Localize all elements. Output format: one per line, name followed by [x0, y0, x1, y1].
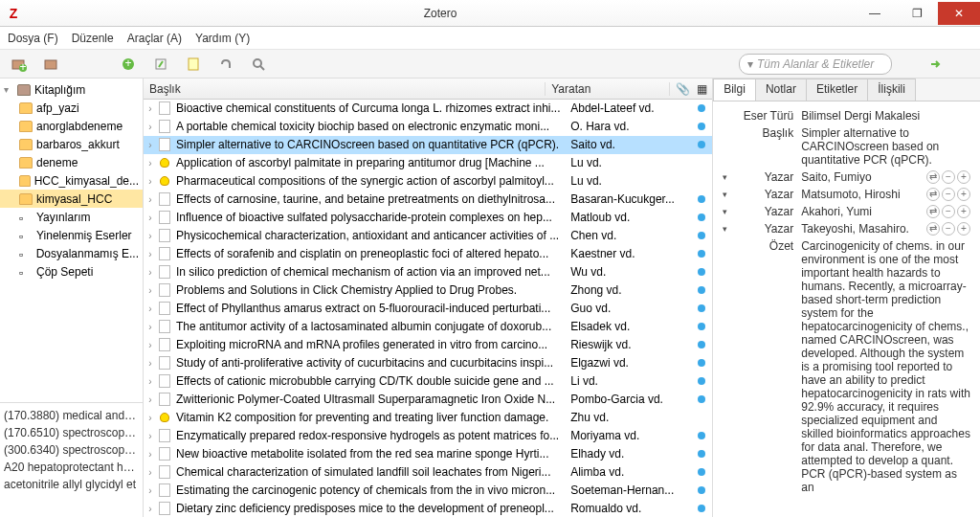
maximize-button[interactable]: ❐	[896, 2, 938, 25]
item-list[interactable]: ›Bioactive chemical constituents of Curc…	[144, 100, 712, 517]
field-label-author[interactable]: Yazar	[734, 170, 801, 184]
tab-tags[interactable]: Etiketler	[806, 79, 868, 101]
author-swap-icon[interactable]: ⇄	[926, 170, 940, 184]
sidebar-collection[interactable]: ▫Yinelenmiş Eserler	[0, 226, 143, 244]
expand-twisty[interactable]: ›	[144, 340, 157, 350]
expand-twisty[interactable]: ›	[144, 194, 157, 205]
expand-twisty[interactable]: ›	[144, 322, 157, 332]
close-button[interactable]: ✕	[938, 2, 980, 25]
item-row[interactable]: ›Physicochemical characterization, antio…	[144, 227, 712, 245]
field-value-abstract[interactable]: Carcinogenicity of chems. in our environ…	[801, 239, 970, 494]
sidebar-collection[interactable]: ▫Dosyalanmamış E...	[0, 244, 143, 262]
sidebar-collection[interactable]: anorglabdeneme	[0, 117, 143, 135]
add-attachment-button[interactable]	[212, 53, 239, 76]
new-note-button[interactable]	[180, 53, 207, 76]
author-remove-button[interactable]: −	[942, 170, 955, 184]
item-row[interactable]: ›Estimating the carcinogenic potency of …	[144, 482, 712, 500]
tab-notes[interactable]: Notlar	[755, 79, 807, 101]
tab-info[interactable]: Bilgi	[713, 79, 756, 101]
column-title[interactable]: Başlık	[144, 82, 546, 96]
item-row[interactable]: ›Problems and Solutions in Click Chemist…	[144, 281, 712, 300]
sidebar-collection[interactable]: deneme	[0, 153, 143, 171]
author-remove-button[interactable]: −	[942, 205, 955, 218]
advanced-search-button[interactable]	[245, 53, 272, 76]
author-add-button[interactable]: +	[957, 222, 970, 236]
sidebar-collection[interactable]: ▫Çöp Sepeti	[0, 262, 143, 281]
item-row[interactable]: ›Chemical characterization of simulated …	[144, 463, 712, 482]
item-row[interactable]: ›Effect of Phyllanthus amarus extract on…	[144, 300, 712, 318]
item-row[interactable]: ›Simpler alternative to CARCINOscreen ba…	[144, 136, 712, 154]
expand-twisty[interactable]: ›	[144, 431, 157, 441]
item-row[interactable]: ›A portable chemical toxicity biochip ba…	[144, 118, 712, 136]
expand-twisty[interactable]: ›	[144, 213, 157, 223]
expand-twisty[interactable]: ›	[144, 122, 157, 132]
expand-twisty[interactable]: ›	[144, 231, 157, 241]
item-row[interactable]: ›Effects of sorafenib and cisplatin on p…	[144, 245, 712, 263]
sidebar-collection[interactable]: afp_yazi	[0, 99, 143, 117]
expand-twisty[interactable]: ›	[144, 176, 157, 187]
sidebar-collection[interactable]: kimyasal_HCC	[0, 190, 143, 208]
author-add-button[interactable]: +	[957, 205, 970, 218]
field-label-author[interactable]: Yazar	[734, 188, 801, 201]
tag-item[interactable]: A20 hepatoprotectant hepa	[4, 459, 139, 476]
new-group-button[interactable]	[38, 53, 65, 76]
add-by-identifier-button[interactable]	[147, 53, 174, 76]
menu-edit[interactable]: Düzenle	[72, 32, 114, 45]
author-remove-button[interactable]: −	[942, 188, 955, 201]
field-value-author[interactable]: Akahori, Yumi	[801, 205, 926, 218]
item-row[interactable]: ›Pharmaceutical compositions of the syne…	[144, 172, 712, 191]
expand-twisty[interactable]: ›	[144, 413, 157, 423]
expand-twisty[interactable]: ›	[144, 103, 157, 114]
tag-item[interactable]: acetonitrile allyl glycidyl et	[4, 476, 139, 493]
field-value-author[interactable]: Matsumoto, Hiroshi	[801, 188, 926, 201]
column-picker[interactable]: ▦	[691, 82, 712, 96]
field-value-title[interactable]: Simpler alternative to CARCINOscreen bas…	[801, 126, 970, 167]
minimize-button[interactable]: —	[854, 2, 896, 25]
item-row[interactable]: ›The antitumor activity of a lactosamina…	[144, 318, 712, 336]
tab-related[interactable]: İlişkili	[867, 79, 916, 101]
field-value-author[interactable]: Takeyoshi, Masahiro.	[801, 222, 926, 236]
new-item-button[interactable]: +	[115, 53, 142, 76]
author-add-button[interactable]: +	[957, 188, 970, 201]
field-label-author[interactable]: Yazar	[734, 222, 801, 236]
tag-item[interactable]: (300.6340) spectroscopy, in	[4, 441, 139, 459]
expand-twisty[interactable]: ›	[144, 158, 157, 169]
expand-twisty[interactable]: ›	[144, 267, 157, 278]
sidebar-collection[interactable]: ▫Yayınlarım	[0, 208, 143, 226]
expand-twisty[interactable]: ›	[144, 485, 157, 496]
item-row[interactable]: ›Enzymatically prepared redox-responsive…	[144, 427, 712, 445]
locate-button[interactable]	[923, 53, 949, 76]
item-row[interactable]: ›Dietary zinc deficiency predisposes mic…	[144, 500, 712, 517]
item-row[interactable]: ›Exploiting microRNA and mRNA profiles g…	[144, 336, 712, 354]
library-root[interactable]: ▾Kitaplığım	[0, 80, 143, 99]
item-row[interactable]: ›Influence of bioactive sulfated polysac…	[144, 209, 712, 227]
menu-file[interactable]: Dosya (F)	[8, 32, 58, 45]
expand-twisty[interactable]: ›	[144, 303, 157, 314]
item-row[interactable]: ›Effects of carnosine, taurine, and beta…	[144, 191, 712, 209]
item-row[interactable]: ›Study of anti-proliferative activity of…	[144, 354, 712, 372]
expand-twisty[interactable]: ›	[144, 394, 157, 405]
item-row[interactable]: ›In silico prediction of chemical mechan…	[144, 263, 712, 281]
sidebar-collection[interactable]: HCC_kimyasal_de...	[0, 171, 143, 190]
expand-twisty[interactable]: ›	[144, 449, 157, 460]
expand-twisty[interactable]: ›	[144, 140, 157, 150]
tag-selector[interactable]: (170.3880) medical and bio(170.6510) spe…	[0, 402, 143, 517]
search-input[interactable]: Tüm Alanlar & Etiketler	[739, 54, 892, 75]
expand-twisty[interactable]: ›	[144, 504, 157, 514]
author-swap-icon[interactable]: ⇄	[926, 188, 940, 201]
author-swap-icon[interactable]: ⇄	[926, 222, 940, 236]
item-row[interactable]: ›New bioactive metabolite isolated from …	[144, 445, 712, 463]
tag-item[interactable]: (170.3880) medical and bio	[4, 407, 139, 424]
expand-twisty[interactable]: ›	[144, 358, 157, 369]
column-creator[interactable]: Yaratan	[546, 82, 670, 96]
field-label-author[interactable]: Yazar	[734, 205, 801, 218]
item-row[interactable]: ›Zwitterionic Polymer-Coated Ultrasmall …	[144, 391, 712, 409]
expand-twisty[interactable]: ›	[144, 467, 157, 478]
sidebar-collection[interactable]: barbaros_akkurt	[0, 135, 143, 153]
tag-item[interactable]: (170.6510) spectroscopy, ti	[4, 424, 139, 441]
menu-tools[interactable]: Araçlar (A)	[127, 32, 182, 45]
item-row[interactable]: ›Application of ascorbyl palmitate in pr…	[144, 154, 712, 172]
expand-twisty[interactable]: ›	[144, 249, 157, 259]
field-value-type[interactable]: Bilimsel Dergi Makalesi	[801, 109, 970, 123]
author-remove-button[interactable]: −	[942, 222, 955, 236]
